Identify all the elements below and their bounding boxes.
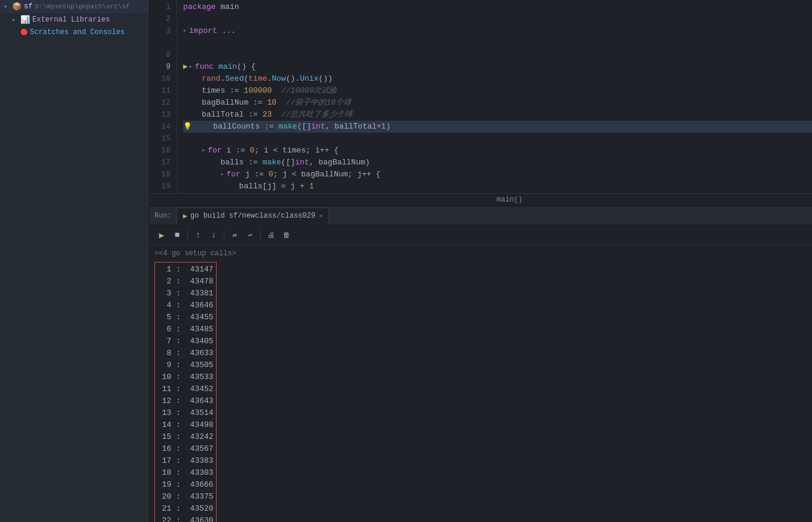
output-row: 4 : 43646	[155, 300, 216, 312]
run-print-button[interactable]: 🖨	[264, 228, 278, 242]
ext-lib-arrow: ▸	[12, 16, 20, 23]
run-panel: Run: ▶ go build sf/newclass/class029 ✕ ▶…	[150, 205, 812, 522]
fold-main-icon[interactable]: ▸	[189, 61, 193, 73]
line-num-18: 18	[150, 169, 171, 181]
output-row: 11 : 43452	[155, 383, 216, 395]
sidebar-item-scratches[interactable]: 🔴 Scratches and Consoles	[0, 26, 149, 38]
run-trash-button[interactable]: 🗑	[279, 228, 294, 242]
run-output: =<4 go setup calls> 1 : 43147 2 : 43478 …	[150, 245, 812, 522]
toolbar-separator-2	[224, 230, 224, 240]
output-row: 16 : 43567	[155, 443, 216, 455]
run-output-area: =<4 go setup calls> 1 : 43147 2 : 43478 …	[150, 245, 812, 522]
code-line-14: 💡 ballCounts := make ([] int , ballTotal…	[183, 121, 812, 133]
output-row: 3 : 43381	[155, 288, 216, 300]
toolbar-separator-3	[260, 230, 261, 240]
bulb-icon[interactable]: 💡	[183, 121, 192, 133]
code-line-17: balls := make ([] int , bagBallNum)	[183, 157, 812, 169]
code-line-2	[183, 13, 812, 25]
line-num-1: 1	[150, 1, 171, 13]
code-line-19: balls[j] = j + 1	[183, 181, 812, 193]
output-data-block: 1 : 43147 2 : 43478 3 : 43381 4 : 43646 …	[154, 262, 217, 522]
run-tab-label: go build sf/newclass/class029	[190, 212, 315, 220]
run-scroll-down-button[interactable]: ↓	[206, 228, 221, 242]
output-row: 21 : 43520	[155, 503, 216, 515]
line-num-9: 9	[150, 61, 171, 73]
run-soft-wrap-button[interactable]: ↩	[243, 228, 257, 242]
run-toolbar: ▶ ■ ↑ ↓ ⇌ ↩ 🖨 🗑	[150, 225, 812, 245]
code-line-4	[183, 37, 812, 49]
output-row: 5 : 43455	[155, 312, 216, 323]
line-num-8: 8	[150, 49, 171, 61]
line-num-4: 4	[150, 37, 171, 49]
code-line-13: ballTotal := 23 //总共吐了多少个球	[183, 109, 812, 121]
output-row: 6 : 43485	[155, 323, 216, 335]
output-row: 22 : 43630	[155, 515, 216, 522]
run-tab-close-icon[interactable]: ✕	[319, 212, 323, 219]
project-path: D:\mysetup\gopath\src\sf	[35, 3, 129, 10]
line-num-19: 19	[150, 181, 171, 193]
output-row: 19 : 43666	[155, 479, 216, 491]
output-row: 9 : 43505	[155, 359, 216, 371]
ext-lib-icon: 📊	[20, 15, 30, 25]
project-root[interactable]: ▾ 📦 sf D:\mysetup\gopath\src\sf	[0, 0, 149, 13]
code-line-1: package main	[183, 1, 812, 13]
line-num-16: 16	[150, 145, 171, 157]
line-num-13: 13	[150, 109, 171, 121]
scratch-icon: 🔴	[20, 29, 28, 36]
line-num-3: 3	[150, 25, 171, 37]
run-tab[interactable]: ▶ go build sf/newclass/class029 ✕	[177, 207, 329, 224]
output-row: 12 : 43643	[155, 395, 216, 407]
code-area: 1 2 3 4 8 9 10 11 12 13 14 15 16 17 18 1…	[150, 0, 812, 193]
main-area: 1 2 3 4 8 9 10 11 12 13 14 15 16 17 18 1…	[150, 0, 812, 522]
run-arrow-icon[interactable]: ▶	[183, 61, 188, 73]
code-line-8	[183, 49, 812, 61]
output-row: 7 : 43405	[155, 335, 216, 347]
line-num-15: 15	[150, 133, 171, 145]
line-num-2: 2	[150, 13, 171, 25]
code-line-16: ▸ for i := 0 ; i < times; i++ {	[183, 145, 812, 157]
run-tab-bar: Run: ▶ go build sf/newclass/class029 ✕	[150, 206, 812, 225]
tab-go-icon: ▶	[183, 212, 187, 221]
line-num-11: 11	[150, 85, 171, 97]
output-row: 18 : 43303	[155, 467, 216, 479]
code-line-12: bagBallNum := 10 //袋子中的10个球	[183, 97, 812, 109]
code-editor: 1 2 3 4 8 9 10 11 12 13 14 15 16 17 18 1…	[150, 0, 812, 205]
run-wrap-button[interactable]: ⇌	[227, 228, 242, 242]
code-line-3: ▸ import ...	[183, 25, 812, 37]
code-line-11: times := 100000 //10000次试验	[183, 85, 812, 97]
line-num-10: 10	[150, 73, 171, 85]
output-row: 15 : 43242	[155, 431, 216, 443]
project-arrow: ▾	[4, 3, 12, 10]
code-line-18: ▸ for j := 0 ; j < bagBallNum; j++ {	[183, 169, 812, 181]
line-num-14: 14	[150, 121, 171, 133]
run-scroll-up-button[interactable]: ↑	[191, 228, 205, 242]
run-play-button[interactable]: ▶	[154, 228, 169, 242]
toolbar-separator-1	[187, 230, 188, 240]
sidebar: ▾ 📦 sf D:\mysetup\gopath\src\sf ▸ 📊 Exte…	[0, 0, 150, 522]
editor-footer: main()	[150, 193, 812, 205]
output-row: 2 : 43478	[155, 276, 216, 288]
sidebar-item-external-libraries[interactable]: ▸ 📊 External Libraries	[0, 13, 149, 26]
output-row: 13 : 43514	[155, 407, 216, 419]
output-row: 10 : 43533	[155, 371, 216, 383]
fold-import-icon[interactable]: ▸	[183, 25, 187, 37]
fold-for2-icon[interactable]: ▸	[220, 169, 224, 181]
output-row: 14 : 43498	[155, 419, 216, 431]
fold-for1-icon[interactable]: ▸	[202, 145, 205, 157]
run-label: Run:	[154, 212, 172, 220]
output-row: 1 : 43147	[155, 264, 216, 276]
line-numbers: 1 2 3 4 8 9 10 11 12 13 14 15 16 17 18 1…	[150, 0, 177, 193]
output-row: 8 : 43633	[155, 347, 216, 359]
project-name: sf	[24, 2, 32, 11]
code-line-9: ▶ ▸ func main () {	[183, 61, 812, 73]
line-num-17: 17	[150, 157, 171, 169]
scratch-label: Scratches and Consoles	[30, 28, 124, 36]
run-stop-button[interactable]: ■	[170, 228, 184, 242]
footer-main-label: main()	[497, 196, 522, 204]
code-line-10: rand . Seed ( time . Now (). Unix ())	[183, 73, 812, 85]
project-icon: 📦	[12, 2, 22, 11]
setup-line: =<4 go setup calls>	[154, 248, 807, 260]
line-num-12: 12	[150, 97, 171, 109]
code-content: package main ▸ import ... ▶	[177, 0, 812, 193]
output-row: 20 : 43375	[155, 491, 216, 503]
